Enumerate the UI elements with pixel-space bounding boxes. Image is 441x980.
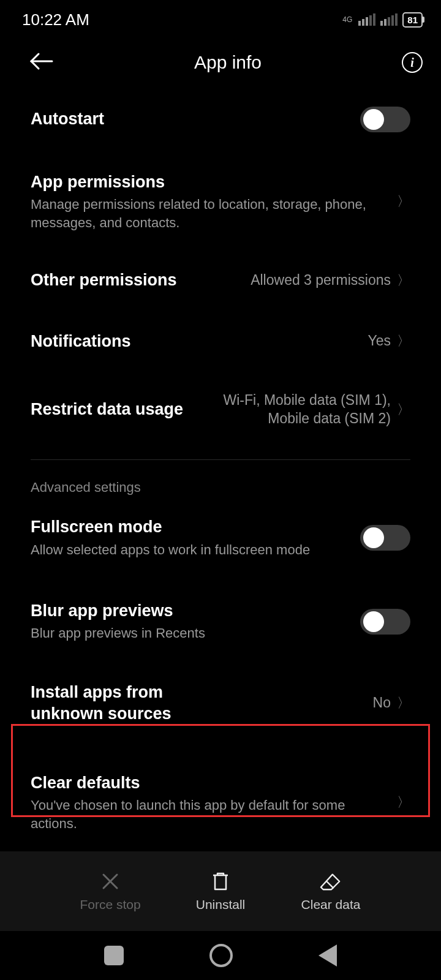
blur-previews-subtitle: Blur app previews in Recents <box>31 624 348 643</box>
chevron-right-icon: 〉 <box>397 401 410 419</box>
app-permissions-title: App permissions <box>31 172 385 193</box>
restrict-data-title: Restrict data usage <box>31 399 196 420</box>
navigation-bar <box>0 931 441 980</box>
header: App info i <box>0 37 441 92</box>
row-autostart[interactable]: Autostart <box>31 92 410 147</box>
clear-data-label: Clear data <box>301 897 361 912</box>
trash-icon <box>209 870 232 892</box>
close-icon <box>99 870 121 892</box>
other-permissions-title: Other permissions <box>31 270 238 291</box>
page-title: App info <box>54 52 402 73</box>
clear-data-button[interactable]: Clear data <box>291 870 371 912</box>
bottom-action-bar: Force stop Uninstall Clear data <box>0 851 441 931</box>
fullscreen-toggle[interactable] <box>360 525 410 551</box>
notifications-title: Notifications <box>31 331 355 352</box>
app-permissions-subtitle: Manage permissions related to location, … <box>31 195 385 232</box>
info-icon[interactable]: i <box>402 52 423 73</box>
install-unknown-title: Install apps from unknown sources <box>31 682 227 725</box>
status-right: 4G 81 <box>342 12 423 28</box>
row-other-permissions[interactable]: Other permissions Allowed 3 permissions … <box>31 246 410 306</box>
autostart-toggle[interactable] <box>360 107 410 132</box>
fullscreen-subtitle: Allow selected apps to work in fullscree… <box>31 541 348 559</box>
chevron-right-icon: 〉 <box>397 694 410 712</box>
network-type: 4G <box>342 15 352 24</box>
chevron-right-icon: 〉 <box>397 192 410 211</box>
chevron-right-icon: 〉 <box>397 271 410 290</box>
force-stop-label: Force stop <box>80 897 140 912</box>
uninstall-label: Uninstall <box>196 897 246 912</box>
blur-previews-title: Blur app previews <box>31 600 348 622</box>
install-unknown-value: No <box>373 694 391 712</box>
blur-previews-toggle[interactable] <box>360 609 410 635</box>
row-notifications[interactable]: Notifications Yes 〉 <box>31 306 410 367</box>
highlight-annotation <box>11 724 430 817</box>
signal-icon-2 <box>380 13 398 26</box>
eraser-icon <box>320 870 342 892</box>
divider <box>31 459 410 460</box>
other-permissions-value: Allowed 3 permissions <box>251 271 391 290</box>
row-restrict-data[interactable]: Restrict data usage Wi-Fi, Mobile data (… <box>31 367 410 443</box>
nav-back-button[interactable] <box>318 944 337 967</box>
back-button[interactable] <box>29 50 54 76</box>
force-stop-button[interactable]: Force stop <box>70 870 150 912</box>
signal-icon <box>358 13 375 26</box>
row-app-permissions[interactable]: App permissions Manage permissions relat… <box>31 147 410 246</box>
advanced-settings-header: Advanced settings <box>31 471 410 502</box>
notifications-value: Yes <box>368 332 391 350</box>
restrict-data-value: Wi-Fi, Mobile data (SIM 1), Mobile data … <box>208 391 391 428</box>
status-time: 10:22 AM <box>22 10 89 29</box>
status-bar: 10:22 AM 4G 81 <box>0 0 441 37</box>
fullscreen-title: Fullscreen mode <box>31 516 348 538</box>
nav-recents-button[interactable] <box>104 946 124 965</box>
row-fullscreen[interactable]: Fullscreen mode Allow selected apps to w… <box>31 502 410 573</box>
nav-home-button[interactable] <box>209 944 233 967</box>
row-blur-previews[interactable]: Blur app previews Blur app previews in R… <box>31 573 410 657</box>
battery-level: 81 <box>407 15 418 25</box>
battery-icon: 81 <box>402 12 423 28</box>
autostart-title: Autostart <box>31 108 348 130</box>
uninstall-button[interactable]: Uninstall <box>181 870 260 912</box>
chevron-right-icon: 〉 <box>397 332 410 350</box>
